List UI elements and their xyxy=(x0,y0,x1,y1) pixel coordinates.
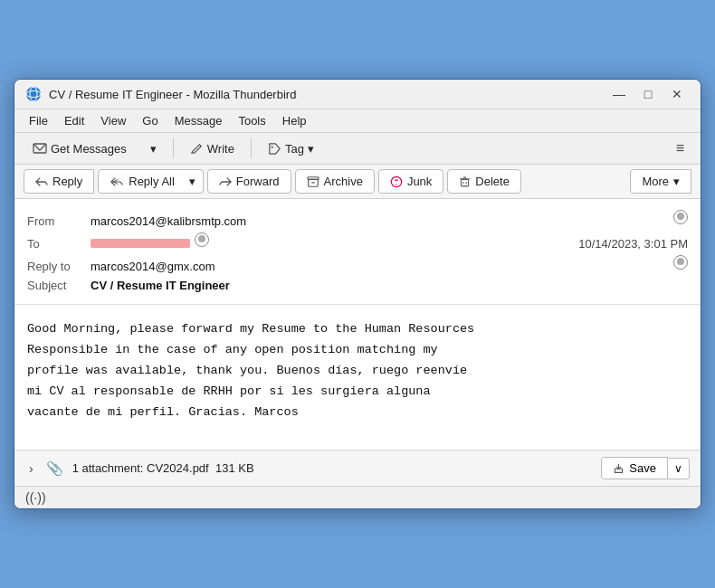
reply-label: Reply xyxy=(52,175,82,188)
more-label: More xyxy=(642,175,669,188)
save-label: Save xyxy=(629,461,656,475)
reply-all-button[interactable]: Reply All xyxy=(98,169,186,194)
write-button[interactable]: Write xyxy=(181,138,243,159)
email-header: From marcos2014@kalibrsmtp.com To 10/14/… xyxy=(14,199,701,305)
archive-button[interactable]: Archive xyxy=(295,169,375,194)
maximize-button[interactable]: □ xyxy=(635,85,661,103)
archive-icon xyxy=(307,175,319,188)
forward-button[interactable]: Forward xyxy=(207,169,291,194)
actionbar: Reply Reply All ▾ Forward xyxy=(14,165,701,199)
reply-to-row: Reply to marcos2014@gmx.com xyxy=(27,253,688,276)
statusbar: ((·)) xyxy=(14,486,701,508)
reply-icon xyxy=(35,175,48,188)
menubar: File Edit View Go Message Tools Help xyxy=(14,109,701,133)
more-button[interactable]: More ▾ xyxy=(630,169,691,194)
minimize-button[interactable]: — xyxy=(606,85,632,103)
reply-group: Reply xyxy=(24,169,94,194)
tag-label: Tag xyxy=(285,142,304,156)
svg-point-0 xyxy=(26,87,41,101)
junk-button[interactable]: Junk xyxy=(378,169,443,194)
delete-label: Delete xyxy=(475,175,510,188)
to-row: To 10/14/2023, 3:01 PM xyxy=(27,231,688,253)
junk-icon xyxy=(390,175,403,188)
attachment-size: 131 KB xyxy=(215,461,254,475)
toolbar-divider-2 xyxy=(251,138,252,158)
svg-line-4 xyxy=(199,144,201,146)
from-row: From marcos2014@kalibrsmtp.com xyxy=(27,208,688,231)
reply-all-label: Reply All xyxy=(129,175,175,188)
svg-rect-11 xyxy=(462,179,469,185)
toolbar-divider-1 xyxy=(173,138,174,158)
from-avatar-icon xyxy=(673,210,688,224)
reply-to-value: marcos2014@gmx.com xyxy=(91,260,669,273)
more-group: More ▾ xyxy=(630,169,691,194)
app-icon xyxy=(25,86,42,102)
delete-icon xyxy=(459,175,471,188)
close-button[interactable]: ✕ xyxy=(664,85,690,103)
tag-button[interactable]: Tag ▾ xyxy=(259,138,323,159)
window-title: CV / Resume IT Engineer - Mozilla Thunde… xyxy=(49,88,296,101)
reply-button[interactable]: Reply xyxy=(24,169,94,194)
subject-row: Subject CV / Resume IT Engineer xyxy=(27,276,688,295)
reply-all-icon xyxy=(110,175,124,188)
menu-help[interactable]: Help xyxy=(275,111,314,130)
toolbar: Get Messages ▾ Write Tag ▾ ≡ xyxy=(14,133,701,165)
attachment-name: 1 attachment: CV2024.pdf xyxy=(72,461,209,475)
attachment-expand-button[interactable]: › xyxy=(25,461,37,476)
forward-icon xyxy=(219,175,232,188)
junk-label: Junk xyxy=(407,175,432,188)
menu-view[interactable]: View xyxy=(93,111,133,130)
write-icon xyxy=(190,142,204,156)
write-label: Write xyxy=(207,142,234,156)
email-body: Good Morning, please forward my Resume t… xyxy=(14,305,701,450)
window-controls: — □ ✕ xyxy=(606,85,690,103)
tag-icon xyxy=(268,142,281,156)
reply-to-label: Reply to xyxy=(27,260,91,273)
svg-point-9 xyxy=(391,176,401,186)
get-messages-icon xyxy=(33,141,47,156)
more-dropdown-icon: ▾ xyxy=(673,175,680,188)
from-label: From xyxy=(27,214,91,228)
wifi-icon: ((·)) xyxy=(25,490,46,505)
menu-tools[interactable]: Tools xyxy=(231,111,272,130)
tag-dropdown-icon: ▾ xyxy=(308,142,314,156)
save-button[interactable]: Save xyxy=(601,457,668,479)
subject-label: Subject xyxy=(27,279,91,292)
get-messages-dropdown[interactable]: ▾ xyxy=(141,138,166,159)
attachment-bar: › 📎 1 attachment: CV2024.pdf 131 KB Save… xyxy=(14,450,701,486)
subject-value: CV / Resume IT Engineer xyxy=(91,279,688,292)
save-group: Save ∨ xyxy=(601,457,690,479)
delete-button[interactable]: Delete xyxy=(447,169,521,194)
menu-file[interactable]: File xyxy=(22,111,55,130)
to-avatar-icon xyxy=(195,232,209,247)
to-label: To xyxy=(27,237,91,251)
menu-edit[interactable]: Edit xyxy=(57,111,91,130)
svg-point-10 xyxy=(396,183,396,184)
reply-to-avatar-icon xyxy=(673,255,688,270)
menu-message[interactable]: Message xyxy=(167,111,230,130)
reply-all-dropdown[interactable]: ▾ xyxy=(182,169,204,194)
get-messages-label: Get Messages xyxy=(51,142,127,156)
email-date: 10/14/2023, 3:01 PM xyxy=(578,237,688,251)
get-messages-button[interactable]: Get Messages xyxy=(24,138,136,159)
to-value-redacted xyxy=(91,239,190,248)
reply-all-group: Reply All ▾ xyxy=(98,169,204,194)
attachment-text: 1 attachment: CV2024.pdf 131 KB xyxy=(72,461,593,475)
menu-go[interactable]: Go xyxy=(135,111,165,130)
svg-point-5 xyxy=(272,146,273,147)
hamburger-button[interactable]: ≡ xyxy=(669,137,691,160)
titlebar: CV / Resume IT Engineer - Mozilla Thunde… xyxy=(14,80,701,109)
save-dropdown-button[interactable]: ∨ xyxy=(668,458,690,479)
email-body-text: Good Morning, please forward my Resume t… xyxy=(27,319,688,423)
archive-label: Archive xyxy=(324,175,363,188)
from-value: marcos2014@kalibrsmtp.com xyxy=(91,214,669,228)
save-icon xyxy=(613,462,624,474)
attachment-clip-icon: 📎 xyxy=(46,460,63,477)
forward-label: Forward xyxy=(236,175,280,188)
